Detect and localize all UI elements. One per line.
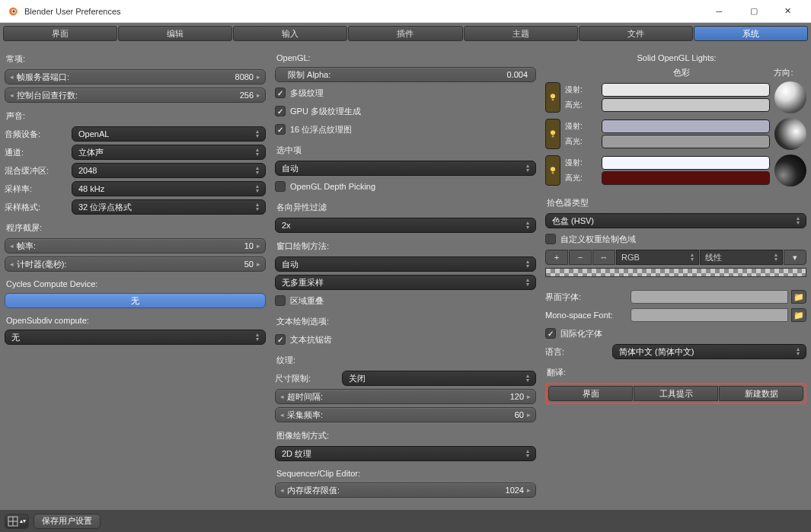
cycles-none-button[interactable]: 无	[5, 293, 266, 308]
specular-label: 高光:	[565, 100, 597, 110]
chevron-right-icon[interactable]: ▸	[527, 411, 531, 419]
mono-font-browse-button[interactable]: 📁	[791, 308, 806, 322]
translate-interface-button[interactable]: 界面	[548, 386, 633, 401]
diffuse-label: 漫射:	[565, 158, 597, 168]
ramp-menu-button[interactable]: ▾	[784, 250, 806, 265]
tab-system[interactable]: 系统	[694, 26, 808, 41]
specular-swatch-1[interactable]	[602, 135, 770, 148]
i18n-fonts-checkbox[interactable]	[545, 328, 556, 339]
sample-rate-select[interactable]: 48 kHz ▴▾	[72, 181, 266, 196]
mipmaps-checkbox[interactable]	[275, 88, 286, 98]
add-stop-button[interactable]: +	[545, 250, 568, 265]
chevron-right-icon[interactable]: ▸	[527, 393, 531, 400]
specular-swatch-0[interactable]	[602, 98, 770, 112]
window-draw-select[interactable]: 自动 ▴▾	[275, 256, 536, 272]
audio-device-label: 音频设备:	[5, 129, 65, 140]
chevron-right-icon[interactable]: ▸	[527, 486, 531, 494]
channel-select[interactable]: 立体声 ▴▾	[72, 145, 266, 160]
tab-addons[interactable]: 插件	[348, 26, 462, 41]
translate-newdata-button[interactable]: 新建数据	[719, 386, 803, 401]
channel-label: 通道:	[5, 147, 65, 158]
specular-swatch-2[interactable]	[602, 171, 770, 185]
maximize-button[interactable]: ▢	[736, 1, 771, 22]
diffuse-label: 漫射:	[565, 121, 597, 132]
tab-themes[interactable]: 主题	[464, 26, 578, 41]
blender-icon	[6, 5, 18, 18]
selection-select[interactable]: 自动 ▴▾	[275, 161, 536, 176]
direction-sphere-1[interactable]	[774, 118, 806, 150]
collect-rate-field[interactable]: ◂ 采集频率: 60 ▸	[275, 407, 536, 422]
anisotropic-select[interactable]: 2x ▴▾	[275, 218, 536, 233]
interface-font-browse-button[interactable]: 📁	[791, 290, 806, 304]
depth-picking-checkbox[interactable]	[275, 181, 286, 192]
folder-icon: 📁	[793, 311, 804, 320]
custom-weight-checkbox[interactable]	[545, 234, 556, 244]
chevron-updown-icon: ▴▾	[797, 216, 800, 225]
sound-label: 声音:	[5, 110, 266, 122]
diffuse-swatch-1[interactable]	[602, 119, 770, 133]
light-toggle-2[interactable]	[545, 155, 560, 186]
selection-label: 选中项	[275, 145, 536, 156]
color-ramp-toolbar: + − ↔ RGB▴▾ 线性▴▾ ▾	[545, 250, 806, 265]
opensubdiv-label: OpenSubdiv compute:	[5, 316, 266, 325]
language-select[interactable]: 简体中文 (简体中文) ▴▾	[612, 344, 806, 359]
sample-format-select[interactable]: 32 位浮点格式 ▴▾	[72, 199, 266, 215]
light-toggle-0[interactable]	[545, 82, 560, 113]
console-scrollback-field[interactable]: ◂ 控制台回查行数: 256 ▸	[5, 88, 266, 103]
colorspace-select[interactable]: RGB▴▾	[616, 250, 699, 265]
editor-type-button[interactable]: ▴▾	[5, 514, 29, 529]
direction-sphere-2[interactable]	[774, 155, 806, 186]
chevron-updown-icon: ▴▾	[526, 260, 529, 269]
color-header: 色彩	[602, 67, 761, 78]
tab-interface[interactable]: 界面	[3, 26, 117, 41]
interpolation-select[interactable]: 线性▴▾	[700, 250, 783, 265]
text-aa-checkbox[interactable]	[275, 334, 286, 345]
image-draw-select[interactable]: 2D 纹理 ▴▾	[275, 446, 536, 461]
chevron-right-icon[interactable]: ▸	[257, 73, 260, 81]
frame-server-port-field[interactable]: ◂ 帧服务器端口: 8080 ▸	[5, 69, 266, 84]
chevron-updown-icon: ▴▾	[256, 129, 259, 139]
direction-sphere-0[interactable]	[774, 81, 806, 113]
clip-alpha-field[interactable]: 限制 Alpha: 0.004	[275, 67, 536, 82]
audio-device-select[interactable]: OpenAL ▴▾	[72, 126, 266, 142]
tab-file[interactable]: 文件	[579, 26, 693, 41]
translate-tooltips-button[interactable]: 工具提示	[634, 386, 718, 401]
chevron-right-icon[interactable]: ▸	[257, 91, 260, 99]
light-toggle-1[interactable]	[545, 119, 560, 149]
chevron-right-icon[interactable]: ▸	[257, 260, 260, 268]
picker-type-select[interactable]: 色盘 (HSV) ▴▾	[545, 213, 806, 228]
tab-editing[interactable]: 编辑	[118, 26, 232, 41]
multisample-select[interactable]: 无多重采样 ▴▾	[275, 275, 536, 290]
opensubdiv-select[interactable]: 无 ▴▾	[5, 330, 266, 345]
interface-font-input[interactable]	[631, 290, 788, 304]
size-limit-select[interactable]: 关闭 ▴▾	[342, 371, 536, 386]
diffuse-swatch-0[interactable]	[602, 83, 770, 97]
textures-label: 纹理:	[275, 355, 536, 366]
window-title: Blender User Preferences	[24, 7, 702, 16]
flip-button[interactable]: ↔	[592, 250, 615, 265]
save-prefs-button[interactable]: 保存用户设置	[34, 514, 101, 529]
color-ramp-preview[interactable]	[545, 268, 806, 277]
diffuse-swatch-2[interactable]	[602, 156, 770, 170]
fps-field[interactable]: ◂ 帧率: 10 ▸	[5, 238, 266, 253]
picker-type-label: 拾色器类型	[545, 197, 806, 209]
light-row-0: 漫射: 高光:	[545, 81, 806, 113]
chevron-right-icon[interactable]: ▸	[257, 242, 260, 250]
minimize-button[interactable]: ─	[702, 1, 736, 22]
mono-font-input[interactable]	[631, 308, 788, 322]
timeout-field[interactable]: ◂ 超时间隔: 120 ▸	[275, 389, 536, 404]
gpu-mipmap-checkbox[interactable]	[275, 106, 286, 116]
remove-stop-button[interactable]: −	[569, 250, 592, 265]
svg-rect-6	[552, 135, 554, 138]
close-button[interactable]: ✕	[771, 1, 805, 22]
mix-buffer-select[interactable]: 2048 ▴▾	[72, 163, 266, 178]
timer-field[interactable]: ◂ 计时器(毫秒): 50 ▸	[5, 256, 266, 272]
mem-cache-field[interactable]: ◂ 内存缓存限值: 1024 ▸	[275, 483, 536, 498]
float16-checkbox[interactable]	[275, 124, 286, 135]
anisotropic-label: 各向异性过滤	[275, 202, 536, 213]
mix-buffer-label: 混合缓冲区:	[5, 165, 65, 177]
svg-rect-4	[552, 99, 554, 101]
region-overlap-checkbox[interactable]	[275, 295, 286, 306]
specular-label: 高光:	[565, 136, 597, 147]
tab-input[interactable]: 输入	[233, 26, 347, 41]
